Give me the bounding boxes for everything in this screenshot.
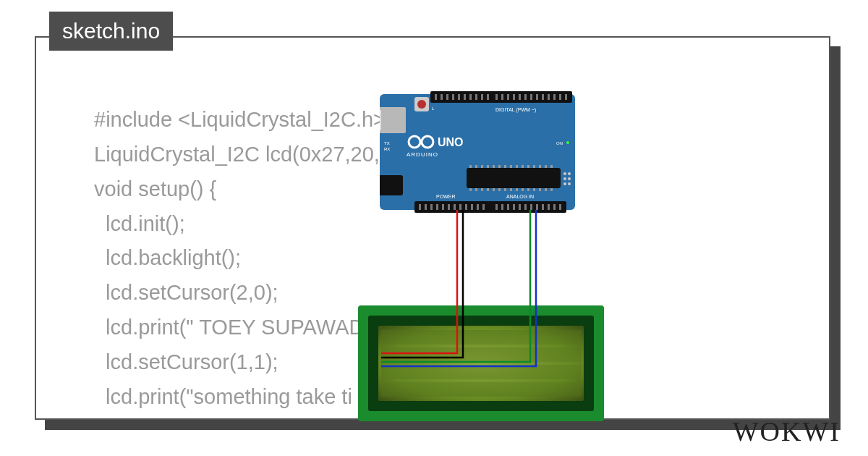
svg-rect-51 — [380, 110, 381, 130]
svg-rect-49 — [559, 204, 561, 210]
code-line: lcd.backlight(); — [94, 246, 241, 269]
svg-point-91 — [563, 177, 566, 180]
svg-rect-36 — [477, 204, 479, 210]
svg-rect-41 — [513, 204, 515, 210]
code-line: lcd.print(" TOEY SUPAWADE — [94, 316, 378, 339]
svg-rect-42 — [519, 204, 521, 210]
svg-point-92 — [568, 177, 571, 180]
svg-point-88 — [566, 141, 569, 144]
svg-rect-102 — [381, 330, 581, 397]
svg-rect-43 — [524, 204, 527, 210]
svg-rect-11 — [481, 94, 483, 100]
svg-rect-20 — [536, 94, 538, 100]
svg-rect-86 — [545, 188, 547, 191]
svg-rect-44 — [530, 204, 532, 210]
svg-point-89 — [563, 172, 566, 175]
digital-header-label: DIGITAL (PWM ~) — [495, 107, 536, 113]
svg-rect-4 — [441, 94, 443, 100]
svg-rect-23 — [553, 94, 556, 100]
svg-rect-18 — [524, 94, 527, 100]
simulator-area[interactable]: UNO ARDUINO DIGITAL (PWM ~) POWER ANALOG… — [358, 88, 669, 421]
arduino-uno-board[interactable]: UNO ARDUINO DIGITAL (PWM ~) POWER ANALOG… — [380, 88, 575, 215]
svg-rect-71 — [545, 165, 547, 168]
arduino-board-label: UNO — [438, 136, 464, 148]
svg-rect-25 — [565, 94, 567, 100]
svg-rect-82 — [522, 188, 524, 191]
svg-rect-52 — [380, 175, 403, 195]
svg-rect-22 — [548, 94, 550, 100]
file-tab-label: sketch.ino — [62, 19, 160, 43]
svg-rect-33 — [459, 204, 461, 210]
svg-rect-5 — [446, 94, 448, 100]
code-line: lcd.setCursor(1,1); — [94, 350, 278, 373]
rx-label: RX — [384, 147, 390, 151]
analog-header-label: ANALOG IN — [506, 194, 534, 199]
svg-rect-61 — [487, 165, 489, 168]
svg-point-90 — [568, 172, 571, 175]
svg-rect-32 — [454, 204, 456, 210]
svg-rect-84 — [533, 188, 535, 191]
svg-point-94 — [568, 182, 571, 185]
svg-rect-62 — [493, 165, 495, 168]
editor-card: #include <LiquidCrystal_I2C.h> LiquidCry… — [35, 36, 830, 420]
svg-rect-31 — [448, 204, 450, 210]
svg-point-54 — [417, 100, 426, 109]
svg-rect-7 — [458, 94, 460, 100]
svg-rect-79 — [504, 188, 506, 191]
svg-rect-13 — [495, 94, 498, 100]
svg-rect-34 — [465, 204, 467, 210]
svg-point-93 — [563, 182, 566, 185]
svg-rect-58 — [469, 165, 472, 168]
svg-rect-76 — [487, 188, 489, 191]
svg-rect-3 — [435, 94, 437, 100]
svg-rect-12 — [487, 94, 489, 100]
file-tab[interactable]: sketch.ino — [49, 12, 173, 51]
lcd-module[interactable] — [358, 305, 604, 421]
svg-rect-63 — [498, 165, 501, 168]
tx-label: TX — [384, 141, 390, 145]
svg-rect-6 — [452, 94, 454, 100]
svg-rect-85 — [539, 188, 541, 191]
svg-rect-69 — [533, 165, 535, 168]
wokwi-brand: WOKWI — [733, 415, 841, 447]
svg-rect-8 — [464, 94, 466, 100]
on-label: ON — [556, 141, 563, 145]
arduino-brand-label: ARDUINO — [407, 151, 438, 158]
brand-text: WOKWI — [733, 416, 841, 447]
svg-rect-74 — [475, 188, 477, 191]
svg-rect-73 — [469, 188, 472, 191]
svg-rect-14 — [501, 94, 503, 100]
svg-rect-50 — [380, 107, 406, 133]
svg-rect-24 — [559, 94, 561, 100]
code-line: #include <LiquidCrystal_I2C.h> — [94, 108, 386, 131]
svg-rect-30 — [442, 204, 444, 210]
svg-rect-60 — [481, 165, 483, 168]
svg-rect-26 — [419, 204, 421, 210]
code-line: lcd.setCursor(2,0); — [94, 281, 278, 304]
svg-rect-64 — [504, 165, 506, 168]
svg-rect-80 — [510, 188, 512, 191]
svg-rect-81 — [516, 188, 518, 191]
svg-rect-38 — [495, 204, 498, 210]
power-header-label: POWER — [436, 194, 455, 199]
svg-rect-21 — [542, 94, 544, 100]
svg-rect-29 — [436, 204, 438, 210]
svg-rect-28 — [430, 204, 433, 210]
svg-rect-70 — [539, 165, 541, 168]
svg-rect-75 — [481, 188, 483, 191]
svg-rect-47 — [548, 204, 550, 210]
code-line: lcd.init(); — [94, 212, 185, 235]
svg-rect-66 — [516, 165, 518, 168]
svg-rect-10 — [475, 94, 477, 100]
svg-rect-19 — [530, 94, 532, 100]
svg-rect-40 — [507, 204, 509, 210]
svg-rect-59 — [475, 165, 477, 168]
svg-rect-16 — [513, 94, 515, 100]
svg-rect-9 — [469, 94, 472, 100]
code-line: lcd.print("something take ti — [94, 385, 352, 408]
svg-rect-67 — [522, 165, 524, 168]
svg-rect-68 — [527, 165, 529, 168]
svg-rect-27 — [425, 204, 427, 210]
svg-rect-48 — [553, 204, 556, 210]
svg-rect-15 — [507, 94, 509, 100]
